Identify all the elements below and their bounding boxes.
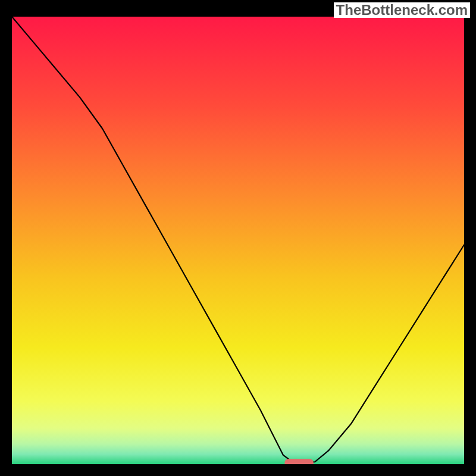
bottleneck-chart (12, 17, 464, 464)
optimal-marker (284, 459, 314, 464)
plot-background (12, 17, 464, 464)
chart-frame: TheBottleneck.com (0, 0, 476, 476)
watermark-text: TheBottleneck.com (334, 2, 470, 18)
